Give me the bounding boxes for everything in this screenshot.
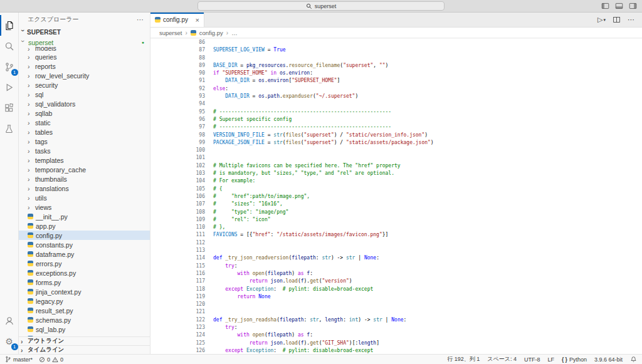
workspace-section-header[interactable]: › SUPERSET xyxy=(19,26,150,38)
tree-item-static[interactable]: ›static xyxy=(19,118,150,127)
close-icon[interactable]: × xyxy=(196,16,199,24)
layout-sidebar-left-icon[interactable] xyxy=(601,2,609,10)
outline-section-header[interactable]: › アウトライン xyxy=(19,336,150,345)
breadcrumb-folder[interactable]: superset xyxy=(159,29,182,36)
tree-item-app.py[interactable]: app.py xyxy=(19,221,150,231)
problems-status[interactable]: 0 0 xyxy=(39,356,63,363)
breadcrumb-symbol[interactable]: … xyxy=(231,29,238,36)
tree-item-sql_lab.py[interactable]: sql_lab.py xyxy=(19,325,150,334)
cursor-position-status[interactable]: 行 192、列 1 xyxy=(447,355,480,363)
line-number: 117 xyxy=(150,278,213,285)
bell-icon[interactable] xyxy=(630,356,637,363)
tree-item-row_level_security[interactable]: ›row_level_security xyxy=(19,71,150,80)
activity-bar: 1 ⚙ 1 xyxy=(0,13,19,354)
activitybar-source-control[interactable]: 1 xyxy=(0,56,19,77)
chevron-right-icon: › xyxy=(28,148,33,154)
tree-item-exceptions.py[interactable]: exceptions.py xyxy=(19,268,150,278)
tree-item-thumbnails[interactable]: ›thumbnails xyxy=(19,174,150,184)
activitybar-settings[interactable]: ⚙ 1 xyxy=(0,331,19,351)
breadcrumb-file[interactable]: config.py xyxy=(199,29,223,36)
file-tree: › superset ● ›models›queries›reports›row… xyxy=(19,38,150,336)
line-number: 97 xyxy=(150,123,213,131)
line-content: # "rel": "icon" xyxy=(213,216,271,224)
activitybar-run-debug[interactable] xyxy=(0,77,19,98)
tree-item-label: templates xyxy=(35,157,64,164)
account-icon xyxy=(4,316,14,326)
activitybar-testing[interactable] xyxy=(0,118,19,139)
code-editor[interactable]: 8687SUPERSET_LOG_VIEW = True8889BASE_DIR… xyxy=(150,38,642,354)
tree-item-tasks[interactable]: ›tasks xyxy=(19,146,150,155)
code-line: 92else: xyxy=(150,85,642,93)
indentation-status[interactable]: スペース: 4 xyxy=(487,355,517,363)
tab-config-py[interactable]: config.py × xyxy=(150,13,204,27)
tree-item-dataframe.py[interactable]: dataframe.py xyxy=(19,249,150,259)
tree-item-temporary_cache[interactable]: ›temporary_cache xyxy=(19,165,150,174)
split-editor-icon[interactable] xyxy=(613,16,621,24)
python-interpreter-status[interactable]: 3.9.6 64-bit xyxy=(594,356,623,363)
python-file-icon xyxy=(28,251,33,257)
activitybar-extensions[interactable] xyxy=(0,98,19,118)
code-line: 100 xyxy=(150,147,642,154)
line-number: 111 xyxy=(150,231,213,239)
tree-item-sql[interactable]: ›sql xyxy=(19,90,150,99)
tree-item-errors.py[interactable]: errors.py xyxy=(19,259,150,268)
activitybar-explorer[interactable] xyxy=(0,15,19,36)
line-content: with open(filepath) as f: xyxy=(213,331,313,339)
chevron-right-icon: › xyxy=(226,29,228,36)
eol-status[interactable]: LF xyxy=(547,356,554,363)
tree-item-schemas.py[interactable]: schemas.py xyxy=(19,315,150,325)
encoding-status[interactable]: UTF-8 xyxy=(524,356,540,363)
line-content: BASE_DIR = pkg_resources.resource_filena… xyxy=(213,62,388,70)
line-number: 90 xyxy=(150,70,213,77)
tree-item-models[interactable]: ›models xyxy=(19,47,150,52)
tree-item-tags[interactable]: ›tags xyxy=(19,137,150,146)
tree-item-templates[interactable]: ›templates xyxy=(19,155,150,165)
chevron-right-icon: › xyxy=(28,120,33,126)
command-center-search[interactable]: superset xyxy=(197,1,445,11)
timeline-section-header[interactable]: › タイムライン xyxy=(19,345,150,354)
tree-item-label: app.py xyxy=(36,222,56,230)
tree-item-views[interactable]: ›views xyxy=(19,202,150,212)
line-number: 86 xyxy=(150,39,213,46)
layout-sidebar-right-icon[interactable] xyxy=(629,2,637,10)
tree-item-tables[interactable]: ›tables xyxy=(19,127,150,137)
language-mode-status[interactable]: { } Python xyxy=(562,356,587,363)
tree-item-security[interactable]: ›security xyxy=(19,80,150,90)
tree-item-jinja_context.py[interactable]: jinja_context.py xyxy=(19,287,150,296)
line-content: def _try_json_readversion(filepath: str)… xyxy=(213,254,379,262)
tree-item-forms.py[interactable]: forms.py xyxy=(19,278,150,287)
run-python-file-button[interactable]: ▷ ▾ xyxy=(597,16,606,24)
activitybar-account[interactable] xyxy=(0,310,19,331)
python-file-icon xyxy=(28,326,33,332)
tree-item-legacy.py[interactable]: legacy.py xyxy=(19,296,150,306)
chevron-right-icon: › xyxy=(21,338,26,345)
tree-item-sql_validators[interactable]: ›sql_validators xyxy=(19,99,150,108)
code-line: 114def _try_json_readversion(filepath: s… xyxy=(150,254,642,262)
tree-item-constants.py[interactable]: constants.py xyxy=(19,240,150,249)
git-branch-status[interactable]: master* xyxy=(5,356,33,363)
tree-item-config.py[interactable]: config.py xyxy=(19,231,150,240)
editor-more-actions-icon[interactable]: ⋯ xyxy=(628,16,634,24)
language-name: Python xyxy=(569,356,587,363)
chevron-right-icon: › xyxy=(28,82,33,88)
tree-item-queries[interactable]: ›queries xyxy=(19,52,150,61)
tree-item-utils[interactable]: ›utils xyxy=(19,193,150,202)
line-content: VERSION_INFO_FILE = str(files("superset"… xyxy=(213,132,428,139)
code-line: 101 xyxy=(150,154,642,162)
tree-item-result_set.py[interactable]: result_set.py xyxy=(19,306,150,315)
sidebar-more-actions[interactable]: ⋯ xyxy=(137,16,144,24)
python-file-icon xyxy=(28,298,33,304)
layout-panel-icon[interactable] xyxy=(615,2,623,10)
line-number: 104 xyxy=(150,177,213,185)
tree-item-sqllab[interactable]: ›sqllab xyxy=(19,108,150,118)
tree-item-translations[interactable]: ›translations xyxy=(19,184,150,193)
status-bar: master* 0 0 行 192、列 1 スペース: 4 UTF-8 LF {… xyxy=(0,354,642,364)
activitybar-search[interactable] xyxy=(0,36,19,56)
tree-item-__init__.py[interactable]: __init__.py xyxy=(19,212,150,221)
scm-badge: 1 xyxy=(11,69,18,76)
timeline-label: タイムライン xyxy=(28,346,64,354)
tree-item-reports[interactable]: ›reports xyxy=(19,61,150,71)
tree-item-superset-root[interactable]: › superset ● xyxy=(19,38,150,47)
code-line: 108# "type": "image/png" xyxy=(150,209,642,216)
line-content: DATA_DIR = os.path.expanduser("~/.supers… xyxy=(213,93,358,100)
